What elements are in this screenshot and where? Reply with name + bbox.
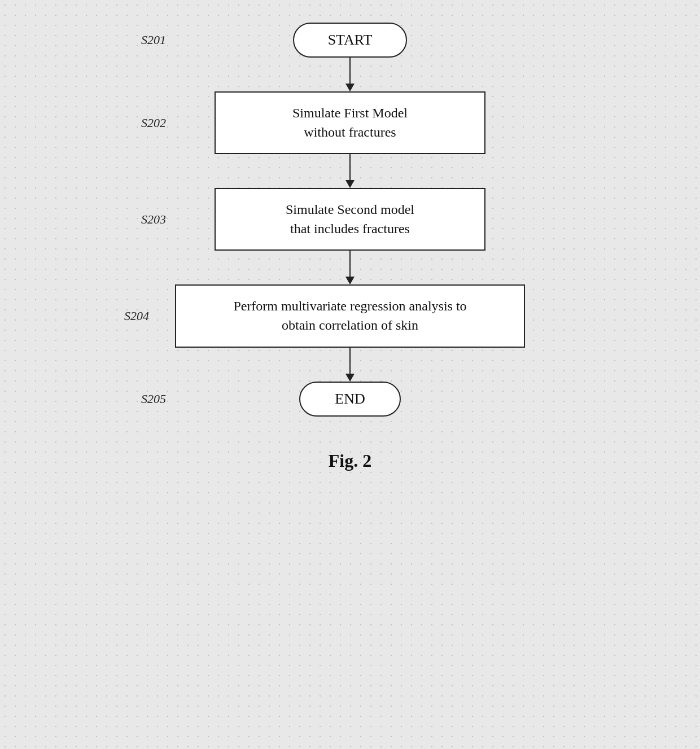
step-label-s201: S201 — [141, 33, 166, 47]
step-text-s203: Simulate Second modelthat includes fract… — [286, 202, 414, 236]
step-row-s201: S201 START — [96, 23, 604, 58]
start-box: START — [293, 23, 408, 58]
step-row-s205: S205 END — [96, 382, 604, 417]
arrow-line-2 — [349, 154, 351, 180]
arrow-head-3 — [345, 277, 355, 284]
arrow-line-1 — [349, 58, 351, 84]
arrow-4 — [345, 348, 355, 382]
arrow-1 — [345, 58, 355, 91]
start-text: START — [328, 32, 373, 48]
step-text-s204: Perform multivariate regression analysis… — [233, 299, 466, 332]
arrow-2 — [345, 154, 355, 188]
arrow-line-3 — [349, 251, 351, 277]
step-row-s202: S202 Simulate First Modelwithout fractur… — [96, 91, 604, 154]
arrow-head-1 — [345, 84, 355, 91]
step-row-s203: S203 Simulate Second modelthat includes … — [96, 188, 604, 251]
step-box-s202: Simulate First Modelwithout fractures — [215, 91, 485, 154]
figure-caption: Fig. 2 — [329, 450, 371, 471]
arrow-3 — [345, 251, 355, 284]
step-label-s204: S204 — [124, 309, 149, 323]
end-box: END — [299, 382, 401, 417]
step-label-s205: S205 — [141, 392, 166, 406]
end-text: END — [335, 391, 365, 407]
step-label-s202: S202 — [141, 116, 166, 130]
arrow-head-2 — [345, 180, 355, 188]
step-box-s203: Simulate Second modelthat includes fract… — [215, 188, 485, 251]
step-text-s202: Simulate First Modelwithout fractures — [292, 106, 408, 139]
arrow-line-4 — [349, 348, 351, 374]
flowchart: S201 START S202 Simulate First Modelwith… — [96, 23, 604, 471]
arrow-head-4 — [345, 374, 355, 382]
step-label-s203: S203 — [141, 212, 166, 227]
step-row-s204: S204 Perform multivariate regression ana… — [96, 284, 604, 347]
step-box-s204: Perform multivariate regression analysis… — [175, 284, 525, 347]
